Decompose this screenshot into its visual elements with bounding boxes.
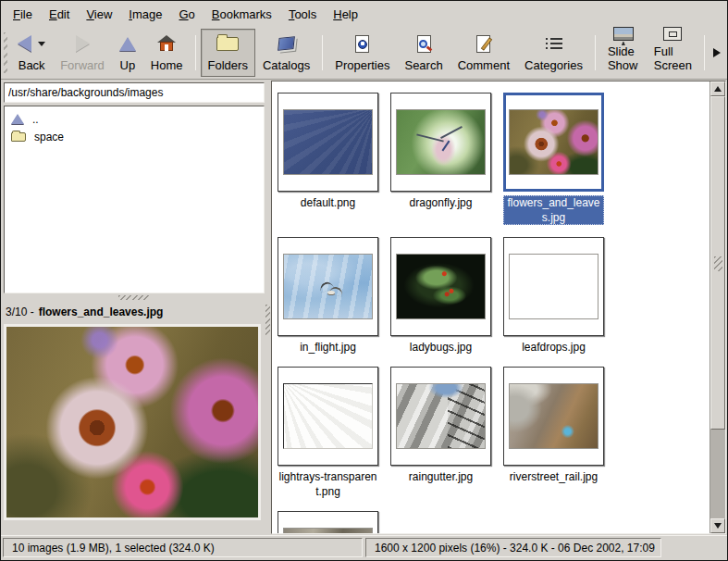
properties-button[interactable]: Properties (327, 29, 397, 77)
vertical-scrollbar[interactable] (709, 81, 725, 533)
thumbnail-image (396, 383, 486, 449)
forward-icon (76, 35, 90, 52)
vertical-splitter-handle[interactable] (265, 80, 271, 535)
categories-label: Categories (524, 58, 583, 72)
thumbnail-default[interactable]: default.png (278, 93, 378, 210)
menu-go[interactable]: Go (170, 3, 203, 26)
fullscreen-label: Full Screen (654, 44, 692, 72)
thumbnail-card[interactable] (278, 511, 378, 533)
up-label: Up (120, 58, 136, 72)
thumbnail-label[interactable]: dragonfly.jpg (410, 195, 473, 210)
thumbnail-label[interactable]: raingutter.jpg (409, 469, 473, 484)
menu-bookmarks[interactable]: Bookmarks (204, 3, 280, 26)
comment-label: Comment (458, 58, 510, 72)
catalogs-book-icon (278, 36, 295, 51)
menu-help[interactable]: Help (325, 3, 366, 26)
thumbnail-image (283, 254, 373, 319)
forward-label: Forward (60, 58, 105, 72)
thumbnail-card[interactable] (503, 367, 604, 466)
forward-button: Forward (53, 29, 112, 77)
menu-tools[interactable]: Tools (280, 3, 325, 26)
up-triangle-icon (11, 114, 24, 124)
folder-row-space[interactable]: space (5, 128, 264, 145)
horizontal-splitter-handle[interactable] (4, 293, 265, 302)
thumbnail-image (509, 254, 598, 319)
menu-edit[interactable]: Edit (41, 3, 78, 26)
folder-label: space (34, 131, 64, 143)
toolbar-separator (595, 35, 596, 70)
thumbnail-riverstreet-rail[interactable]: riverstreet_rail.jpg (503, 367, 604, 484)
thumbnail-label[interactable]: lightrays-transparent.png (278, 469, 378, 499)
thumbnail-label[interactable]: default.png (301, 195, 355, 210)
thumbnail-card[interactable] (390, 237, 491, 336)
thumbnail-label[interactable]: flowers_and_leaves.jpg (503, 195, 604, 225)
home-icon (156, 35, 177, 52)
slideshow-button[interactable]: Slide Show (600, 29, 647, 77)
thumbnail-card[interactable] (278, 237, 378, 336)
statusbar-filler (664, 538, 725, 557)
thumbnail-lightrays[interactable]: lightrays-transparent.png (278, 367, 378, 499)
thumbnail-flowers-and-leaves-selected[interactable]: flowers_and_leaves.jpg (503, 93, 604, 225)
back-label: Back (19, 58, 45, 72)
toolbar-separator (195, 35, 196, 70)
thumbnail-image (396, 254, 486, 319)
thumbnail-card[interactable] (390, 367, 491, 466)
thumbnail-label[interactable]: leafdrops.jpg (522, 340, 586, 355)
path-input[interactable] (4, 82, 265, 103)
comment-button[interactable]: Comment (450, 29, 517, 77)
home-button[interactable]: Home (143, 29, 191, 77)
menu-image[interactable]: Image (120, 3, 170, 26)
thumbnail-in-flight[interactable]: in_flight.jpg (278, 237, 378, 355)
menu-file[interactable]: File (5, 3, 41, 26)
browser-panel: default.png dragonfly.jpg flowers_and_le… (271, 81, 726, 534)
fullscreen-button[interactable]: Full Screen (647, 29, 699, 77)
thumbnail-card[interactable] (503, 93, 604, 192)
home-label: Home (151, 58, 183, 72)
properties-doc-icon (355, 35, 369, 53)
menubar: File Edit View Image Go Bookmarks Tools … (1, 1, 727, 27)
statusbar: 10 images (1.9 MB), 1 selected (324.0 K)… (1, 535, 727, 560)
fullscreen-icon (663, 27, 682, 41)
scrollbar-thumb[interactable] (710, 96, 725, 430)
thumbnail-grid: default.png dragonfly.jpg flowers_and_le… (278, 93, 709, 533)
folders-icon (216, 37, 239, 51)
selection-counter: 3/10 - (6, 305, 34, 318)
up-button[interactable]: Up (112, 29, 143, 77)
thumbnail-label[interactable]: riverstreet_rail.jpg (510, 469, 598, 484)
catalogs-button[interactable]: Catalogs (255, 29, 317, 77)
thumbnail-leafdrops[interactable]: leafdrops.jpg (503, 237, 604, 355)
scroll-up-arrow-icon (714, 86, 722, 92)
thumbnail-card[interactable] (278, 93, 378, 192)
scrollbar-up-button[interactable] (710, 81, 725, 96)
comment-doc-icon (476, 35, 490, 53)
categories-button[interactable]: Categories (517, 29, 590, 77)
toolbar-overflow-button[interactable] (709, 29, 724, 77)
search-button[interactable]: Search (397, 29, 450, 77)
thumbnail-card[interactable] (390, 93, 491, 192)
folder-list[interactable]: .. space (4, 106, 265, 293)
scroll-down-arrow-icon (714, 523, 722, 529)
thumbnail-ladybugs[interactable]: ladybugs.jpg (390, 237, 491, 355)
thumbnail-card[interactable] (278, 367, 378, 466)
thumbnail-label[interactable]: in_flight.jpg (300, 340, 356, 355)
thumbnail-dragonfly[interactable]: dragonfly.jpg (390, 93, 491, 210)
thumbnail-view[interactable]: default.png dragonfly.jpg flowers_and_le… (272, 81, 709, 533)
preview-image (6, 327, 258, 517)
back-history-dropdown-icon[interactable] (38, 42, 45, 46)
thumbnail-label[interactable]: ladybugs.jpg (410, 340, 472, 355)
thumbnail-partial-row4[interactable] (278, 511, 378, 533)
scrollbar-down-button[interactable] (710, 518, 725, 533)
scrollbar-trough[interactable] (710, 430, 725, 518)
content-area: .. space 3/10 - flowers_and_leaves.jpg (1, 80, 727, 535)
thumbnail-image (283, 109, 373, 175)
folders-button[interactable]: Folders (201, 29, 255, 77)
search-doc-icon (417, 35, 431, 53)
back-button[interactable]: Back (10, 29, 53, 77)
menu-view[interactable]: View (78, 3, 120, 26)
thumbnail-image (509, 109, 598, 175)
thumbnail-raingutter[interactable]: raingutter.jpg (390, 367, 491, 484)
toolbar-drag-handle[interactable] (4, 32, 7, 73)
folder-row-parent[interactable]: .. (5, 110, 264, 128)
thumbnail-card[interactable] (503, 237, 604, 336)
folder-icon (11, 132, 26, 142)
